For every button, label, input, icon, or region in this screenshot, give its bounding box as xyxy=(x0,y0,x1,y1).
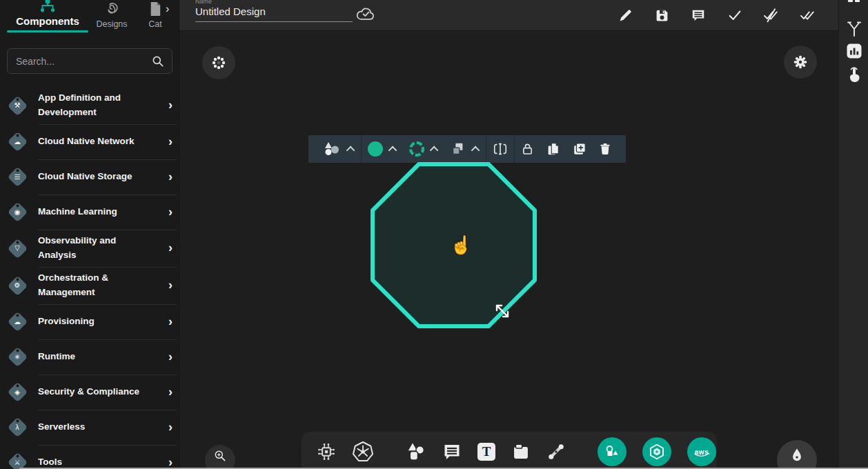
validate-check-button[interactable] xyxy=(727,3,743,27)
flask-y-icon[interactable] xyxy=(839,21,868,39)
fill-color-swatch xyxy=(368,141,383,157)
tab-catalog[interactable]: Cat xyxy=(144,1,167,29)
touch-gesture-icon[interactable] xyxy=(839,65,868,84)
tag-icon: ⚒ xyxy=(6,94,29,117)
category-security-compliance[interactable]: ◈ Security & Compliance › xyxy=(0,375,179,410)
comments-button[interactable] xyxy=(690,3,707,27)
tag-icon: ◉ xyxy=(6,200,29,223)
tag-icon: λ xyxy=(6,415,29,439)
shapes-tool[interactable] xyxy=(406,441,426,462)
tab-components[interactable]: Components xyxy=(7,0,88,27)
category-runtime[interactable]: ✳ Runtime › xyxy=(0,339,179,375)
comment-tool[interactable] xyxy=(442,442,462,461)
chevron-right-icon: › xyxy=(168,170,172,184)
text-tool[interactable]: T xyxy=(477,443,495,461)
category-provisioning[interactable]: ☁ Provisioning › xyxy=(0,304,179,339)
dock-toolbar: T xyxy=(302,432,717,469)
duplicate-button[interactable] xyxy=(540,135,566,163)
aws-logo-icon: aws xyxy=(693,445,711,459)
chevron-right-icon: › xyxy=(168,350,172,364)
chip-icon xyxy=(317,442,336,461)
shapes-icon xyxy=(323,141,341,157)
hexagon-palette-button[interactable] xyxy=(642,437,671,466)
designs-rose-icon xyxy=(104,1,119,17)
chevron-right-icon: › xyxy=(168,241,172,255)
save-button[interactable] xyxy=(653,3,670,27)
cloud-sync-check-icon xyxy=(356,6,376,21)
pen-nib-icon xyxy=(788,447,806,468)
chevron-up-icon xyxy=(388,146,397,154)
tab-designs-label: Designs xyxy=(92,19,131,29)
tab-designs[interactable]: Designs xyxy=(92,1,131,29)
shape-picker-button[interactable] xyxy=(317,141,361,157)
delete-button[interactable] xyxy=(593,135,618,163)
kubernetes-tool[interactable] xyxy=(352,441,374,463)
resize-handle-arrow-icon[interactable] xyxy=(493,301,512,321)
active-tab-underline xyxy=(7,30,88,32)
shapes-palette-button[interactable] xyxy=(598,437,627,466)
flower-dots-icon xyxy=(212,56,226,70)
top-bar: Name xyxy=(179,0,838,31)
category-machine-learning[interactable]: ◉ Machine Learning › xyxy=(0,194,179,230)
shapes-palette-icon xyxy=(604,443,620,460)
gear-icon xyxy=(793,54,808,70)
rename-button[interactable] xyxy=(486,135,514,163)
pen-button[interactable] xyxy=(777,440,817,469)
catalog-file-icon xyxy=(149,1,161,17)
tag-icon: ☁ xyxy=(6,310,29,333)
canvas-settings-button[interactable] xyxy=(784,46,817,79)
shapes-icon xyxy=(406,441,426,462)
component-search xyxy=(7,48,172,74)
category-orchestration[interactable]: ⚙ Orchestration & Management › xyxy=(0,267,179,304)
analytics-chart-icon[interactable] xyxy=(839,43,868,59)
header-actions xyxy=(617,3,816,27)
chevron-up-icon xyxy=(471,146,480,154)
category-cloud-native-network[interactable]: ☁ Cloud Native Network › xyxy=(0,124,179,159)
tab-catalog-label: Cat xyxy=(144,19,167,29)
chevron-up-icon xyxy=(346,146,355,154)
tabs-scroll-right-chevron-icon[interactable]: › xyxy=(166,3,169,15)
note-tool[interactable] xyxy=(511,442,531,461)
arrange-layers-button[interactable] xyxy=(444,141,486,157)
spinner-flower-button[interactable] xyxy=(202,46,235,79)
deploy-double-check-button[interactable] xyxy=(800,3,816,27)
undeploy-crossed-double-check-button[interactable] xyxy=(763,3,780,27)
search-icon[interactable] xyxy=(151,54,165,68)
category-app-definition[interactable]: ⚒ App Definition and Development › xyxy=(0,87,179,124)
components-sidebar: Components Designs Cat › xyxy=(0,0,179,469)
edit-pencil-button[interactable] xyxy=(617,3,633,27)
dashed-stroke-swatch xyxy=(409,141,424,157)
chevron-right-icon: › xyxy=(168,278,172,292)
zoom-in-magnifier-icon xyxy=(213,449,227,463)
stroke-style-button[interactable] xyxy=(403,141,444,157)
panel-grid-icon[interactable] xyxy=(839,0,868,5)
lock-icon xyxy=(520,141,535,157)
add-to-button[interactable] xyxy=(566,135,593,163)
category-cloud-native-storage[interactable]: ☰ Cloud Native Storage › xyxy=(0,159,179,194)
zoom-in-button[interactable] xyxy=(205,445,235,469)
lock-button[interactable] xyxy=(515,135,540,163)
chevron-right-icon: › xyxy=(168,98,172,112)
category-serverless[interactable]: λ Serverless › xyxy=(0,410,179,445)
comment-icon xyxy=(442,442,462,461)
edge-link-tool[interactable] xyxy=(546,442,566,461)
edge-link-icon xyxy=(546,442,566,461)
component-chip-tool[interactable] xyxy=(317,442,336,461)
layers-icon xyxy=(451,141,466,157)
search-input[interactable] xyxy=(16,56,151,67)
sidebar-tabs: Components Designs Cat › xyxy=(0,0,179,40)
rename-text-cursor-icon xyxy=(492,141,509,157)
right-dock xyxy=(838,0,868,469)
category-tools[interactable]: ⚔ Tools › xyxy=(0,445,179,469)
category-observability[interactable]: ▽ Observability and Analysis › xyxy=(0,230,179,267)
tag-icon: ◈ xyxy=(6,380,29,403)
node-context-toolbar xyxy=(308,135,626,163)
tag-icon: ⚙ xyxy=(6,274,29,297)
design-name-input[interactable] xyxy=(195,6,353,22)
fill-color-button[interactable] xyxy=(362,141,403,157)
aws-palette-button[interactable]: aws xyxy=(687,437,716,466)
tab-components-label: Components xyxy=(7,15,88,27)
copy-icon xyxy=(546,141,561,157)
add-square-icon xyxy=(572,141,587,157)
category-list: ⚒ App Definition and Development › ☁ Clo… xyxy=(0,87,179,469)
